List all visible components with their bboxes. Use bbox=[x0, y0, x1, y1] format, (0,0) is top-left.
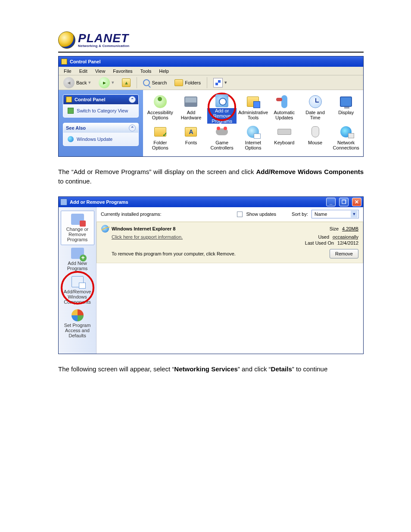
control-panel-small-icon bbox=[66, 96, 72, 103]
folders-icon bbox=[174, 79, 183, 86]
cp-item-keyboard[interactable]: Keyboard bbox=[269, 123, 300, 153]
search-button[interactable]: Search bbox=[140, 78, 170, 88]
back-arrow-icon: ◄ bbox=[63, 77, 75, 88]
para2-b2: Details bbox=[271, 365, 292, 373]
display-icon bbox=[340, 96, 352, 107]
support-info-link[interactable]: Click here for support information. bbox=[112, 234, 183, 240]
menu-file[interactable]: File bbox=[60, 68, 75, 75]
list-header-row: Currently installed programs: Show updat… bbox=[97, 207, 363, 222]
folders-label: Folders bbox=[185, 80, 201, 85]
sidebar-card-see-also: See Also ⌃ Windows Update bbox=[63, 123, 139, 146]
folder-options-icon bbox=[154, 127, 166, 137]
date-time-icon bbox=[309, 95, 322, 108]
windows-update-link[interactable]: Windows Update bbox=[77, 137, 112, 142]
cp-item-mouse[interactable]: Mouse bbox=[300, 123, 331, 153]
program-name: Windows Internet Explorer 8 bbox=[112, 226, 327, 231]
forward-button[interactable]: ► ▾ bbox=[96, 75, 117, 90]
menu-help[interactable]: Help bbox=[156, 68, 172, 75]
back-dropdown-icon: ▾ bbox=[88, 80, 91, 85]
para1-bold: Add/Remove Widows Components bbox=[256, 168, 364, 175]
cp-item-date-time[interactable]: Date and Time bbox=[300, 93, 331, 123]
last-used-value: 12/4/2012 bbox=[337, 240, 358, 246]
show-updates-checkbox[interactable] bbox=[237, 212, 243, 217]
remove-button-label: Remove bbox=[335, 251, 353, 256]
sidebar-btn-label: Set Program Access and Defaults bbox=[62, 323, 93, 338]
change-remove-icon bbox=[71, 214, 84, 225]
planet-globe-icon bbox=[58, 31, 75, 49]
change-remove-programs-button[interactable]: Change or Remove Programs bbox=[61, 211, 94, 245]
sidebar-card-control-panel: Control Panel ⌃ Switch to Category View bbox=[63, 94, 139, 118]
task-pane: Control Panel ⌃ Switch to Category View … bbox=[59, 90, 143, 156]
cp-item-folder-options[interactable]: Folder Options bbox=[145, 123, 176, 153]
used-label: Used bbox=[318, 234, 329, 240]
sort-by-value: Name bbox=[314, 212, 327, 217]
remove-button[interactable]: Remove bbox=[330, 249, 358, 258]
cp-label: Date and Time bbox=[301, 110, 330, 120]
back-label: Back bbox=[76, 80, 87, 85]
keyboard-icon bbox=[277, 129, 291, 135]
up-button[interactable]: ▲ bbox=[119, 77, 134, 89]
cp-item-administrative-tools[interactable]: Administrative Tools bbox=[237, 93, 269, 123]
dropdown-chevron-icon: ▼ bbox=[351, 211, 358, 218]
cp-item-network-connections[interactable]: Network Connections bbox=[330, 123, 361, 153]
menu-favorites[interactable]: Favorites bbox=[109, 68, 136, 75]
installed-program-item[interactable]: Windows Internet Explorer 8 Size 4.20MB … bbox=[97, 222, 363, 263]
cp-label: Accessibility Options bbox=[146, 110, 175, 120]
back-button[interactable]: ◄ Back ▾ bbox=[60, 75, 94, 90]
cp-item-automatic-updates[interactable]: Automatic Updates bbox=[269, 93, 300, 123]
window-titlebar[interactable]: Control Panel bbox=[59, 56, 363, 67]
collapse-chevron-icon[interactable]: ⌃ bbox=[129, 96, 136, 103]
switch-category-link[interactable]: Switch to Category View bbox=[77, 108, 128, 113]
set-program-access-button[interactable]: Set Program Access and Defaults bbox=[61, 307, 94, 341]
menu-bar: File Edit View Favorites Tools Help bbox=[59, 67, 363, 75]
add-remove-windows-components-button[interactable]: Add/Remove Windows Components bbox=[61, 274, 94, 307]
window-title: Control Panel bbox=[70, 59, 101, 64]
window-titlebar[interactable]: Add or Remove Programs _ ❐ ✕ bbox=[59, 197, 363, 207]
sort-by-select[interactable]: Name ▼ bbox=[311, 210, 359, 218]
cp-item-display[interactable]: Display bbox=[330, 93, 361, 123]
cp-item-fonts[interactable]: A Fonts bbox=[176, 123, 207, 153]
installed-label: Currently installed programs: bbox=[101, 212, 162, 217]
collapse-chevron-icon[interactable]: ⌃ bbox=[129, 124, 136, 131]
add-remove-programs-window: Add or Remove Programs _ ❐ ✕ Change or R… bbox=[58, 196, 364, 354]
cp-label: Fonts bbox=[185, 140, 197, 145]
mouse-icon bbox=[311, 126, 319, 137]
para2-b1: Networking Services bbox=[174, 365, 238, 373]
menu-tools[interactable]: Tools bbox=[137, 68, 155, 75]
add-new-programs-icon bbox=[71, 248, 84, 259]
close-button[interactable]: ✕ bbox=[352, 198, 361, 206]
logo-title: PLANET bbox=[78, 32, 129, 44]
cp-item-add-hardware[interactable]: Add Hardware bbox=[176, 93, 207, 123]
size-value: 4.20MB bbox=[342, 226, 358, 231]
cp-item-internet-options[interactable]: Internet Options bbox=[237, 123, 269, 153]
toolbar-separator bbox=[207, 77, 207, 88]
instruction-para-1: The “Add or Remove Programs” will displa… bbox=[58, 167, 364, 186]
menu-edit[interactable]: Edit bbox=[76, 68, 91, 75]
switch-view-icon bbox=[68, 108, 74, 114]
control-panel-icon bbox=[61, 59, 67, 65]
sidebar-header[interactable]: Control Panel ⌃ bbox=[63, 95, 138, 104]
fonts-icon: A bbox=[185, 127, 197, 137]
cp-label: Folder Options bbox=[146, 140, 175, 150]
cp-label: Game Controllers bbox=[207, 140, 237, 150]
para1-post: to continue. bbox=[58, 177, 92, 185]
cp-item-game-controllers[interactable]: Game Controllers bbox=[206, 123, 237, 153]
category-sidebar: Change or Remove Programs Add New Progra… bbox=[59, 207, 97, 354]
toolbar: ◄ Back ▾ ► ▾ ▲ Search Folders bbox=[59, 75, 363, 90]
show-updates-label: Show updates bbox=[246, 212, 276, 217]
menu-view[interactable]: View bbox=[92, 68, 109, 75]
views-button[interactable]: ▾ bbox=[210, 76, 230, 89]
game-controllers-icon bbox=[216, 128, 228, 135]
add-new-programs-button[interactable]: Add New Programs bbox=[61, 245, 94, 274]
folders-button[interactable]: Folders bbox=[171, 78, 204, 88]
forward-arrow-icon: ► bbox=[99, 77, 110, 88]
cp-item-add-remove-programs[interactable]: Add or Remove Programs bbox=[206, 93, 237, 123]
add-remove-programs-icon bbox=[60, 199, 67, 205]
administrative-tools-icon bbox=[247, 96, 259, 107]
windows-components-icon bbox=[72, 276, 84, 287]
minimize-button[interactable]: _ bbox=[326, 198, 336, 206]
cp-item-accessibility[interactable]: Accessibility Options bbox=[145, 93, 176, 123]
windows-update-icon bbox=[68, 136, 74, 142]
maximize-button[interactable]: ❐ bbox=[339, 198, 349, 206]
sidebar-header[interactable]: See Also ⌃ bbox=[63, 123, 138, 133]
